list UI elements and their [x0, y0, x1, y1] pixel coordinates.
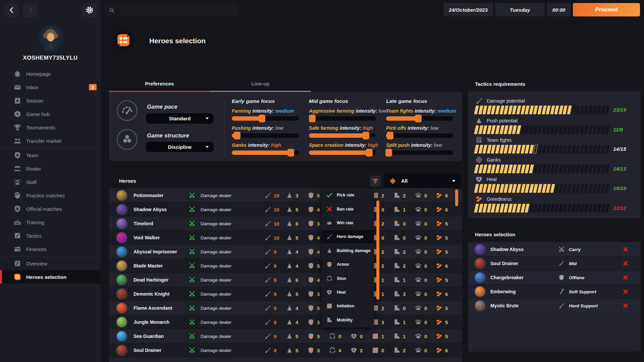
- paw-icon: [415, 276, 422, 284]
- heroes-table-scrollbar[interactable]: [455, 189, 458, 206]
- search-bar[interactable]: [105, 4, 239, 16]
- bar-segment: [525, 125, 530, 134]
- tower-icon: [286, 304, 293, 312]
- stat-paw: 0: [424, 305, 427, 311]
- stat-slash: 2: [381, 221, 384, 226]
- sidebar-item-season[interactable]: Season: [0, 94, 101, 107]
- slider-handle[interactable]: [363, 132, 369, 139]
- filter-option-armor[interactable]: Armor: [322, 258, 374, 272]
- sidebar-item-label: Homepage: [26, 71, 51, 77]
- stun-icon: [329, 333, 336, 340]
- filter-option-ban-rate[interactable]: Ban rate: [322, 202, 374, 216]
- sidebar-nav: Homepage Inbox 2 Season Game hub Tournam…: [0, 67, 101, 284]
- slider-handle[interactable]: [234, 132, 240, 139]
- stat-boot: 2: [403, 263, 406, 268]
- filter-option-heal[interactable]: Heal: [322, 286, 374, 299]
- tower-icon: [286, 248, 293, 255]
- filter-option-building-damage[interactable]: Building damage: [322, 244, 374, 258]
- slider-handle[interactable]: [287, 149, 294, 157]
- filter-option-win-rate[interactable]: Win rate: [322, 216, 374, 230]
- game-structure-select[interactable]: Discipline: [146, 142, 214, 152]
- forward-button[interactable]: [22, 3, 38, 17]
- metric-ganks: Ganks: [475, 156, 501, 164]
- hero-row-sea-guardian[interactable]: Sea Guardian Damage dealer 9 5 5 0 0 1 1…: [109, 329, 462, 343]
- tab-line-up[interactable]: Line-up: [210, 76, 311, 92]
- hero-row-jungle-monarch[interactable]: Jungle Monarch Damage dealer 9 4 3 3 1 0…: [109, 315, 462, 329]
- filter-option-pick-rate[interactable]: Pick rate: [322, 188, 374, 202]
- slider-track[interactable]: [232, 150, 299, 155]
- slider-fill: [232, 116, 262, 121]
- tactics-requirements-title: Tactics requirements: [468, 76, 641, 92]
- filter-button[interactable]: [370, 176, 381, 186]
- filter-option-initiation[interactable]: Initiation: [322, 299, 374, 313]
- hero-row-shadow-abyss[interactable]: Shadow Abyss Damage dealer 10 5 4 0 1 0 …: [109, 202, 462, 217]
- sidebar-item-inbox[interactable]: Inbox 2: [0, 80, 101, 94]
- hero-row-potionmaster[interactable]: Potionmaster Damage dealer 10 3 5 2 2 0 …: [109, 188, 462, 202]
- role-filter-select[interactable]: All: [384, 174, 461, 188]
- slider-handle[interactable]: [387, 132, 393, 139]
- slider-handle[interactable]: [415, 115, 422, 122]
- hero-row-dead-harbinger[interactable]: Dead Harbinger Damage dealer 9 6 4 1 1 0…: [109, 273, 462, 287]
- bar-segment: [546, 184, 551, 193]
- hero-row-soul-drainer[interactable]: Soul Drainer Damage dealer 9 5 3 4 2 0 2…: [109, 343, 462, 357]
- slider-safe-farming: Safe farming intensity: high: [309, 125, 380, 138]
- filter-menu-scrollbar[interactable]: [376, 200, 379, 300]
- hero-row-void-walker[interactable]: Void Walker Damage dealer 10 5 4 0 0 0 5: [109, 231, 462, 245]
- slider-handle[interactable]: [309, 115, 316, 122]
- sidebar-item-staff[interactable]: Staff: [0, 175, 101, 189]
- slider-track[interactable]: [309, 150, 376, 155]
- sidebar-item-overview[interactable]: Overview: [0, 257, 101, 270]
- slider-handle[interactable]: [259, 115, 265, 122]
- slider-track[interactable]: [386, 150, 453, 155]
- settings-button[interactable]: [82, 3, 97, 17]
- sidebar-item-tournaments[interactable]: Tournaments: [0, 121, 101, 134]
- slider-track[interactable]: [386, 116, 453, 121]
- back-button[interactable]: [4, 3, 19, 17]
- game-pace-select[interactable]: Standard: [146, 113, 214, 124]
- sidebar-item-team[interactable]: Team: [0, 148, 101, 162]
- heart-icon: [350, 347, 358, 354]
- slider-handle[interactable]: [385, 149, 392, 157]
- remove-hero-button[interactable]: [623, 260, 629, 266]
- hero-row-demonic-knight[interactable]: Demonic Knight Damage dealer 9 5 3 1 3 0…: [109, 287, 462, 301]
- sidebar-item-finances[interactable]: Finances: [0, 242, 101, 256]
- hero-row-flame-ascendant[interactable]: Flame Ascendant Damage dealer 9 4 5 2 0 …: [109, 301, 462, 315]
- metric-bar: 14/13: [475, 165, 610, 173]
- hero-row-blade-master[interactable]: Blade Master Damage dealer 9 4 5 2 2 0 6: [109, 259, 462, 273]
- slider-track[interactable]: [232, 116, 299, 121]
- hero-row-timelord[interactable]: Timelord Damage dealer 10 6 3 2 0 0 5: [109, 217, 462, 231]
- sidebar-item-game-hub[interactable]: Game hub: [0, 107, 101, 121]
- sidebar-item-official-matches[interactable]: Official matches: [0, 202, 101, 216]
- slider-track[interactable]: [309, 116, 376, 121]
- hero-avatar: [116, 246, 127, 257]
- search-input[interactable]: [118, 7, 228, 13]
- metric-value: 19/10: [613, 185, 643, 191]
- filter-option-hero-damage[interactable]: Hero damage: [322, 230, 374, 244]
- metric-value: 14/15: [613, 146, 643, 152]
- sidebar-item-practice-matches[interactable]: Practice matches: [0, 189, 101, 202]
- slider-track[interactable]: [309, 133, 376, 138]
- sidebar-item-heroes-selection[interactable]: Heroes selection: [0, 270, 101, 284]
- remove-hero-button[interactable]: [623, 275, 629, 281]
- hero-row-abyssal-imprisoner[interactable]: Abyssal Imprisoner Damage dealer 9 4 4 2…: [109, 245, 462, 259]
- sidebar-item-transfer-market[interactable]: Transfer market: [0, 134, 101, 147]
- gauge-icon: [121, 105, 133, 117]
- remove-hero-button[interactable]: [623, 303, 629, 309]
- coins-icon: [435, 220, 443, 227]
- sidebar-item-homepage[interactable]: Homepage: [0, 67, 101, 80]
- proceed-button[interactable]: Proceed: [573, 3, 640, 16]
- slider-handle[interactable]: [366, 149, 373, 157]
- sidebar-item-training[interactable]: Training: [0, 216, 101, 229]
- bar-segment: [575, 125, 580, 134]
- filter-option-stun[interactable]: Stun: [322, 272, 374, 285]
- hero-avatar: [474, 272, 486, 283]
- sidebar-item-roster[interactable]: Roster: [0, 162, 101, 175]
- filter-option-mobility[interactable]: Mobility: [322, 313, 374, 327]
- tab-preferences[interactable]: Preferences: [109, 76, 210, 92]
- sidebar-item-tactics[interactable]: Tactics: [0, 229, 101, 242]
- remove-hero-button[interactable]: [623, 289, 629, 295]
- slider-track[interactable]: [386, 133, 453, 138]
- game-structure-icon: [117, 129, 138, 150]
- remove-hero-button[interactable]: [623, 246, 629, 252]
- slider-track[interactable]: [232, 133, 299, 138]
